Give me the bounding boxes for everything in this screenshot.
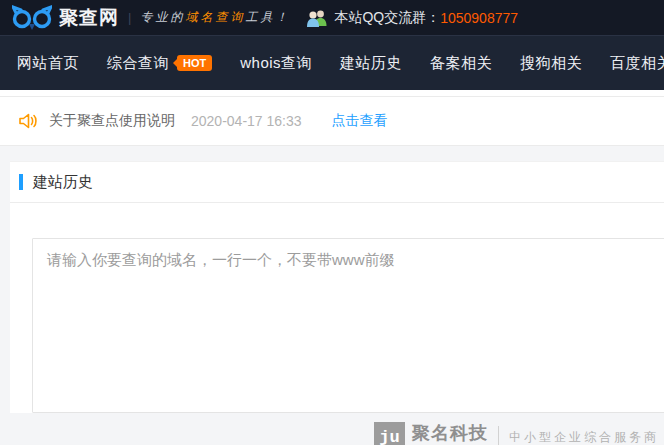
nav-item-label: 备案相关	[430, 54, 492, 73]
juming-brand: 聚名科技 JU MING KE JI	[412, 424, 488, 445]
nav-item-label: whois查询	[240, 54, 312, 73]
nav-item-site-history[interactable]: 建站历史	[340, 54, 402, 73]
domain-input-textarea[interactable]	[32, 238, 664, 413]
topbar: 聚查网 | 专业的域名查询工具！ 本站QQ交流群： 1050908777	[0, 0, 664, 35]
notice-title: 关于聚查点使用说明	[49, 112, 175, 130]
nav-item-label: 百度相关	[610, 54, 664, 73]
tagline-prefix: 专业的	[140, 10, 185, 24]
nav-item-label: 搜狗相关	[520, 54, 582, 73]
title-marker-bar	[19, 174, 23, 190]
speaker-icon	[18, 112, 38, 130]
site-history-card: 建站历史	[10, 161, 664, 413]
qq-group-info: 本站QQ交流群： 1050908777	[306, 9, 518, 27]
site-tagline: 专业的域名查询工具！	[140, 9, 290, 26]
notice-bar: 关于聚查点使用说明 2020-04-17 16:33 点击查看	[0, 96, 664, 146]
card-header: 建站历史	[10, 162, 664, 203]
tagline-suffix: 工具！	[245, 10, 290, 24]
site-logo[interactable]: 聚查网	[12, 5, 119, 31]
nav-item-composite-query[interactable]: 综合查询 HOT	[107, 54, 212, 73]
watermark-divider	[498, 426, 499, 445]
people-icon	[306, 9, 328, 27]
notice-date: 2020-04-17 16:33	[191, 113, 302, 129]
tagline-separator: |	[128, 10, 131, 25]
nav-item-sogou[interactable]: 搜狗相关	[520, 54, 582, 73]
footer-watermark: ju 聚名科技 JU MING KE JI 中小型企业综合服务商	[374, 422, 659, 445]
nav-item-baidu[interactable]: 百度相关	[610, 54, 664, 73]
owl-eyes-icon	[12, 5, 52, 31]
nav-item-home[interactable]: 网站首页	[17, 54, 79, 73]
section-title: 建站历史	[33, 173, 93, 192]
main-navbar: 网站首页 综合查询 HOT whois查询 建站历史 备案相关 搜狗相关 百度相…	[0, 35, 664, 90]
juming-brand-cn: 聚名科技	[412, 424, 488, 442]
qq-group-label: 本站QQ交流群：	[334, 9, 440, 27]
notice-view-link[interactable]: 点击查看	[332, 112, 388, 130]
tagline-highlight: 域名查询	[185, 10, 245, 24]
nav-item-label: 综合查询	[107, 54, 169, 73]
qq-group-number: 1050908777	[440, 10, 518, 26]
juming-logo-icon: ju	[374, 422, 405, 445]
brand-title: 聚查网	[59, 5, 119, 31]
hot-badge: HOT	[177, 55, 212, 71]
nav-item-label: 建站历史	[340, 54, 402, 73]
nav-item-label: 网站首页	[17, 54, 79, 73]
juming-slogan: 中小型企业综合服务商	[509, 429, 659, 445]
nav-item-whois[interactable]: whois查询	[240, 54, 312, 73]
nav-item-icp-record[interactable]: 备案相关	[430, 54, 492, 73]
content-area: 建站历史 ju 聚名科技 JU MING KE JI 中小型企业综合服务商	[0, 146, 664, 445]
